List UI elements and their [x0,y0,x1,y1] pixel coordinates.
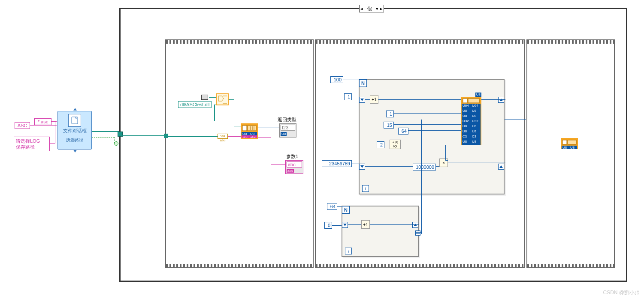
multiply-node[interactable]: × [439,158,448,167]
quotient-remainder-node[interactable]: ÷ R IQ [390,140,401,149]
const-shift-1: 1 [344,93,352,100]
bundle-cluster-node[interactable]: U64U64U8U8U8U8U32U32U8U8U8U8C3C3U8U8 U8 [461,97,481,145]
for2-shift-right [412,222,418,228]
svg-rect-4 [468,99,479,103]
param1-indicator[interactable]: abc abc [285,160,303,174]
return-type-label: 返回类型 [278,117,296,123]
for1-shift-right-1 [498,97,504,103]
call-library-node[interactable]: U8U8 abcabc [241,123,258,139]
seq-frame-2: N i +1 1 15 64 2 ÷ R IQ [315,39,525,268]
svg-rect-2 [248,126,256,131]
const-0: 0 [324,222,332,229]
return-type-indicator[interactable]: I23 U8 [279,123,296,138]
seq-frame-3: U8U8 [526,39,615,268]
for1-shift-left-1 [359,97,365,103]
svg-rect-6 [568,140,576,144]
param1-label: 参数1 [286,153,298,160]
for1-i-terminal: i [362,185,369,192]
increment-node-2[interactable]: +1 [361,220,370,229]
const-asc-filter: ASC [15,122,30,129]
file-dialog-title: 文件对话框 [58,128,91,134]
folder-icon [201,95,208,100]
case-structure[interactable]: ◂ 假 ▾ ▸ dll\ASCtest.dll %a abc [119,8,627,282]
dll-path: dll\ASCtest.dll [178,101,212,108]
build-path-node[interactable] [216,93,229,105]
const-64: 64 [398,128,408,135]
for-loop-1[interactable]: N i +1 1 15 64 2 ÷ R IQ [359,79,505,194]
prompt-line1: 请选择LOG [16,138,40,144]
file-dialog-express-vi[interactable]: 文件对话框 所选路径 [57,111,92,150]
const-1000000: 1000000 [413,164,436,170]
for2-shift-left [342,222,348,228]
case-selector-value: 假 [364,6,375,12]
const-prompt: 请选择LOG 保存路径 [14,137,50,151]
for2-i-terminal: i [345,248,352,254]
const-2: 2 [377,141,384,148]
svg-rect-1 [242,126,247,131]
const-23456789: 23456789 [322,160,352,167]
const-1: 1 [386,111,394,117]
call-library-node-2[interactable]: U8U8 [561,138,578,149]
increment-node-1[interactable]: +1 [370,95,378,104]
chevron-up-icon [73,108,77,111]
path-to-string-node[interactable]: %a abc [218,134,228,139]
for1-shift-left-2 [359,164,365,170]
case-selector[interactable]: ◂ 假 ▾ ▸ [359,5,384,12]
for1-shift-right-2 [498,164,504,170]
const-asc-ext: *.asc [34,118,51,125]
for-loop-2[interactable]: N i +1 [342,206,419,257]
for2-N-terminal: N [342,206,350,214]
const-100: 100 [330,76,343,83]
seq-frame-1: dll\ASCtest.dll %a abc U8U8 abcabc 返回类型 … [165,39,314,268]
prompt-line2: 保存路径 [16,144,35,150]
frame1-tunnel-in [164,134,168,138]
watermark: CSDN @劉小帅 [603,289,640,296]
help-terminal [114,141,118,146]
file-dialog-footer: 所选路径 [60,136,90,143]
const-64-loop2: 64 [327,203,337,210]
svg-rect-5 [562,140,567,144]
autoindex-output [415,230,420,236]
chevron-down-icon [73,150,77,152]
for1-N-terminal: N [359,79,367,87]
const-15: 15 [384,122,394,129]
file-dialog-icon [68,114,81,127]
svg-rect-3 [463,99,467,103]
